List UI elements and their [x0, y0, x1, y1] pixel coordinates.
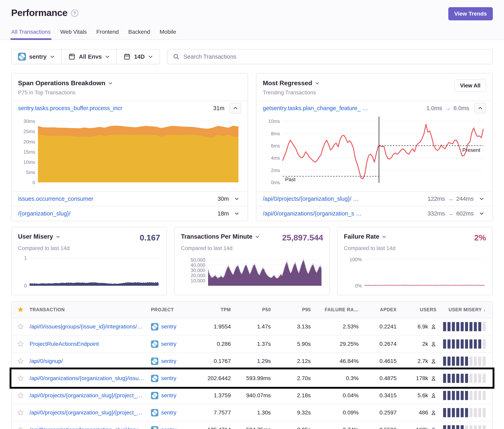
star-icon[interactable] — [17, 375, 24, 382]
star-icon[interactable] — [17, 323, 24, 330]
table-row[interactable]: /api/0/projects/{organization_slug}/{pro… — [12, 387, 492, 404]
expand-button[interactable] — [477, 211, 486, 216]
span-op-duration: 30m — [218, 196, 229, 202]
column-header-p50[interactable]: P50 — [237, 307, 277, 313]
tab-backend[interactable]: Backend — [128, 29, 150, 40]
star-icon[interactable] — [17, 358, 24, 365]
tpm-cell: 7.7577 — [201, 410, 237, 416]
search-input[interactable] — [183, 53, 487, 60]
environment-filter[interactable]: All Envs — [61, 50, 117, 64]
user-misery-bars — [442, 322, 492, 331]
table-row[interactable]: /api/0/organizations/{organization_slug}… — [12, 421, 492, 429]
regressed-row: /api/0/organizations/{organization_s … 3… — [256, 206, 492, 221]
table-row[interactable]: /api/0/issues|groups/{issue_id}/integrat… — [12, 318, 492, 335]
most-regressed-title-dropdown[interactable]: Most Regressed — [263, 79, 320, 87]
tab-frontend[interactable]: Frontend — [96, 29, 119, 40]
failure-rate-chart: 0%100% — [344, 254, 486, 291]
regressed-transaction-link[interactable]: /api/0/projects/{organization_slug}/ … — [263, 196, 424, 202]
python-icon — [151, 409, 158, 416]
star-filled-icon[interactable] — [17, 306, 24, 313]
column-header-project[interactable]: PROJECT — [151, 307, 201, 313]
regressed-transaction-link[interactable]: getsentry.tasks.plan_change_feature_ … — [263, 105, 423, 112]
column-header-user-misery[interactable]: USER MISERY ↓ — [442, 307, 492, 313]
tab-all-transactions[interactable]: All Transactions — [11, 29, 51, 40]
p95-cell: 2.70s — [277, 375, 317, 382]
expand-button[interactable] — [477, 196, 486, 201]
svg-text:20ms: 20ms — [23, 139, 35, 144]
project-link[interactable]: sentry — [161, 358, 176, 364]
table-body: /api/0/issues|groups/{issue_id}/integrat… — [12, 318, 492, 429]
page-filter-group: sentry All Envs 14D — [11, 49, 160, 64]
apdex-cell: 0.2597 — [365, 410, 403, 416]
python-icon — [151, 358, 158, 365]
transaction-link[interactable]: /api/0/projects/{organization_slug}/{pro… — [29, 410, 142, 416]
span-ops-title-dropdown[interactable]: Span Operations Breakdown — [18, 79, 113, 87]
filter-bar: sentry All Envs 14D — [11, 49, 493, 64]
span-op-link[interactable]: issues.occurrence_consumer — [18, 196, 214, 202]
table-row[interactable]: /api/0/organizations/{organization_slug}… — [12, 369, 492, 387]
project-link[interactable]: sentry — [161, 341, 176, 347]
p95-cell: 2.18s — [277, 392, 317, 399]
star-icon[interactable] — [17, 426, 24, 429]
failure-rate-title-dropdown[interactable]: Failure Rate — [344, 233, 386, 240]
transaction-link[interactable]: /api/0/organizations/{organization_slug}… — [29, 375, 144, 381]
date-range-filter[interactable]: 14D — [117, 50, 159, 64]
collapse-button[interactable] — [475, 103, 486, 114]
transaction-link[interactable]: ProjectRuleActionsEndpoint — [29, 341, 99, 347]
span-op-link[interactable]: sentry.tasks.process_buffer.process_incr — [18, 105, 210, 112]
tpm-cell: 1.3759 — [201, 392, 237, 399]
project-link[interactable]: sentry — [161, 375, 176, 382]
column-header-apdex[interactable]: APDEX — [365, 307, 403, 313]
transaction-link[interactable]: /api/0/projects/{organization_slug}/{pro… — [29, 392, 142, 398]
column-header-p95[interactable]: P95 — [277, 307, 317, 313]
user-icon — [431, 427, 437, 429]
table-row[interactable]: ProjectRuleActionsEndpoint sentry 0.286 … — [12, 335, 492, 352]
project-link[interactable]: sentry — [161, 410, 176, 416]
transaction-link[interactable]: /api/0/organizations/{organization_slug}… — [29, 427, 144, 429]
star-icon[interactable] — [17, 409, 24, 416]
expand-button[interactable] — [233, 196, 241, 201]
project-link[interactable]: sentry — [161, 392, 176, 399]
svg-text:30,000: 30,000 — [191, 268, 205, 273]
failure-rate-cell: 29.25% — [317, 341, 365, 347]
collapse-button[interactable] — [230, 103, 241, 114]
column-header-failure-rate[interactable]: FAILURE RA… — [317, 307, 365, 313]
tab-web-vitals[interactable]: Web Vitals — [60, 29, 87, 40]
regression-change: 1.0ms → 6.0ms — [426, 105, 469, 112]
regressed-transaction-link[interactable]: /api/0/organizations/{organization_s … — [263, 210, 424, 217]
span-op-link[interactable]: /{organization_slug}/ — [18, 210, 214, 217]
star-icon[interactable] — [17, 392, 24, 399]
arrow-right-icon: → — [448, 210, 453, 217]
regression-change: 122ms → 244ms — [428, 196, 474, 202]
project-link[interactable]: sentry — [161, 324, 176, 330]
table-row[interactable]: /api/0/signup/ sentry 0.1767 1.29s 2.12s… — [12, 352, 492, 369]
column-header-transaction[interactable]: TRANSACTION — [29, 307, 151, 313]
project-filter[interactable]: sentry — [12, 50, 61, 64]
user-misery-value: 0.167 — [140, 233, 160, 242]
table-row[interactable]: /api/0/projects/{organization_slug}/{pro… — [12, 404, 492, 421]
help-icon[interactable]: ? — [71, 9, 78, 17]
sort-descending-icon: ↓ — [483, 307, 486, 312]
span-op-row: /{organization_slug}/ 18m — [12, 206, 248, 221]
column-header-users[interactable]: USERS — [403, 307, 442, 313]
svg-text:20,000: 20,000 — [191, 273, 205, 278]
column-header-tpm[interactable]: TPM — [201, 307, 237, 313]
span-op-row: issues.occurrence_consumer 30m — [12, 191, 248, 206]
chevron-down-icon — [382, 235, 386, 239]
tab-mobile[interactable]: Mobile — [160, 29, 176, 40]
page-header: Performance ? View Trends All Transactio… — [0, 0, 504, 40]
environment-filter-label: All Envs — [79, 53, 102, 60]
tpm-title-dropdown[interactable]: Transactions Per Minute — [181, 233, 260, 240]
star-icon[interactable] — [17, 341, 24, 348]
view-all-button[interactable]: View All — [454, 79, 486, 92]
svg-text:1: 1 — [24, 255, 27, 261]
transaction-link[interactable]: /api/0/issues|groups/{issue_id}/integrat… — [29, 324, 143, 330]
view-trends-button[interactable]: View Trends — [448, 7, 493, 20]
user-misery-title-dropdown[interactable]: User Misery — [18, 233, 60, 240]
svg-text:Present: Present — [462, 147, 480, 153]
user-icon — [431, 375, 437, 381]
transaction-link[interactable]: /api/0/signup/ — [29, 358, 63, 364]
project-link[interactable]: sentry — [161, 427, 176, 429]
p50-cell: 593.99ms — [237, 375, 277, 382]
expand-button[interactable] — [233, 211, 241, 216]
